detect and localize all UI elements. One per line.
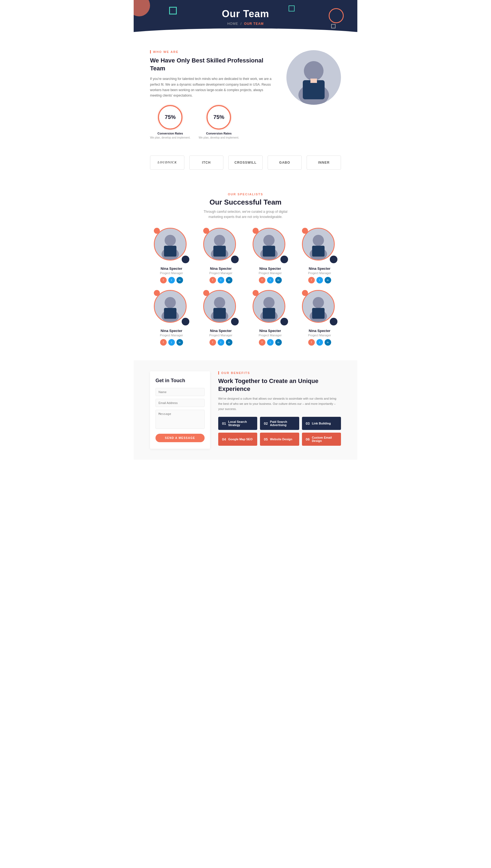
team-grid-row1: Nina Specter Progect Manager f t in: [150, 228, 341, 283]
svg-point-30: [263, 297, 275, 308]
benefit-btn-1[interactable]: 02 Paid Search Advertising: [260, 417, 299, 430]
deco-square-teal: [169, 7, 177, 15]
benefit-btn-4[interactable]: 05 Website Design: [260, 433, 299, 446]
who-we-are-section: WHO WE ARE We Have Only Best Skilled Pro…: [134, 36, 357, 150]
benefit-btn-3[interactable]: 04 Google Map SEO: [218, 433, 257, 446]
team-card-2: Nina Specter Progect Manager f t in: [249, 228, 292, 283]
team-name-6: Nina Specter: [249, 329, 292, 333]
breadcrumb: HOME / OUR TEAM: [134, 22, 357, 26]
benefit-btn-5[interactable]: 06 Custom Email Design: [302, 433, 341, 446]
stat-item-1: 75% Conversion Rates We plan, develop an…: [150, 105, 191, 139]
benefits-grid: 01 Local Search Strategy 02 Paid Search …: [218, 417, 341, 446]
facebook-icon-3[interactable]: f: [308, 277, 315, 283]
svg-rect-28: [213, 308, 226, 319]
message-input[interactable]: [155, 410, 205, 429]
team-card-5: Nina Specter Progect Manager f t in: [199, 290, 242, 346]
benefit-label-0: Local Search Strategy: [228, 420, 253, 427]
benefit-btn-2[interactable]: 03 Link Building: [302, 417, 341, 430]
send-button[interactable]: SEND A MESSAGE: [155, 434, 205, 442]
deco-dot-pink-3: [302, 228, 308, 234]
team-card-6: Nina Specter Progect Manager f t in: [249, 290, 292, 346]
twitter-icon-2[interactable]: t: [267, 277, 273, 283]
twitter-icon-3[interactable]: t: [316, 277, 323, 283]
team-role-4: Progect Manager: [150, 334, 193, 337]
deco-dot-pink-2: [253, 228, 259, 234]
facebook-icon-4[interactable]: f: [160, 339, 167, 346]
team-section: OUR SPECIALISTS Our Successful Team Thro…: [134, 181, 357, 360]
team-avatar-wrap-7: [302, 290, 338, 325]
team-role-6: Progect Manager: [249, 334, 292, 337]
linkedin-icon-5[interactable]: in: [226, 339, 232, 346]
linkedin-icon-4[interactable]: in: [176, 339, 183, 346]
facebook-icon-1[interactable]: f: [209, 277, 216, 283]
benefit-label-3: Google Map SEO: [228, 438, 252, 441]
bottom-section: Get in Touch SEND A MESSAGE OUR BENEFITS…: [134, 360, 357, 460]
twitter-icon-4[interactable]: t: [168, 339, 175, 346]
benefit-label-4: Website Design: [270, 438, 292, 441]
linkedin-icon-7[interactable]: in: [325, 339, 331, 346]
team-grid-row2: Nina Specter Progect Manager f t in: [150, 290, 341, 346]
svg-rect-36: [312, 308, 325, 319]
deco-circle-ring: [329, 8, 344, 23]
deco-dot-pink-1: [203, 228, 209, 234]
benefits-description: We've designed a culture that allows our…: [218, 396, 341, 411]
partner-crosswill: CROSSWILL: [228, 155, 263, 170]
svg-point-14: [263, 235, 275, 246]
svg-rect-20: [312, 246, 325, 257]
benefit-num-0: 01: [222, 422, 226, 426]
who-left: WHO WE ARE We Have Only Best Skilled Pro…: [150, 50, 276, 139]
svg-rect-4: [311, 79, 317, 83]
facebook-icon-0[interactable]: f: [160, 277, 167, 283]
benefit-num-4: 05: [264, 437, 268, 441]
deco-dot-pink-6: [253, 290, 259, 296]
team-name-5: Nina Specter: [199, 329, 242, 333]
team-avatar-wrap-1: [203, 228, 239, 263]
linkedin-icon-2[interactable]: in: [275, 277, 282, 283]
social-icons-1: f t in: [199, 277, 242, 283]
linkedin-icon-0[interactable]: in: [176, 277, 183, 283]
twitter-icon-6[interactable]: t: [267, 339, 273, 346]
facebook-icon-6[interactable]: f: [259, 339, 265, 346]
linkedin-icon-1[interactable]: in: [226, 277, 232, 283]
facebook-icon-5[interactable]: f: [209, 339, 216, 346]
team-name-4: Nina Specter: [150, 329, 193, 333]
twitter-icon-5[interactable]: t: [218, 339, 224, 346]
twitter-icon-0[interactable]: t: [168, 277, 175, 283]
team-avatar-wrap-3: [302, 228, 338, 263]
facebook-icon-7[interactable]: f: [308, 339, 315, 346]
benefit-num-5: 06: [306, 437, 310, 441]
partner-loudnick: LOUDNICK: [150, 155, 184, 170]
benefits-heading: Work Together to Create an Unique Experi…: [218, 377, 341, 393]
linkedin-icon-6[interactable]: in: [275, 339, 282, 346]
email-input[interactable]: [155, 399, 205, 407]
twitter-icon-7[interactable]: t: [316, 339, 323, 346]
deco-dot-navy-3: [330, 256, 338, 263]
svg-rect-8: [164, 246, 176, 257]
svg-point-6: [165, 235, 176, 246]
breadcrumb-home[interactable]: HOME: [227, 22, 238, 26]
social-icons-4: f t in: [150, 339, 193, 346]
social-icons-2: f t in: [249, 277, 292, 283]
benefit-btn-0[interactable]: 01 Local Search Strategy: [218, 417, 257, 430]
deco-dot-navy-1: [231, 256, 239, 263]
team-name-7: Nina Specter: [298, 329, 341, 333]
svg-rect-16: [263, 246, 275, 257]
team-label: OUR SPECIALISTS: [228, 193, 263, 196]
stat-title-1: Conversion Rates: [150, 132, 191, 135]
deco-dot-navy-5: [231, 318, 239, 325]
name-input[interactable]: [155, 388, 205, 396]
linkedin-icon-3[interactable]: in: [325, 277, 331, 283]
team-name-2: Nina Specter: [249, 266, 292, 270]
facebook-icon-2[interactable]: f: [259, 277, 265, 283]
team-role-7: Progect Manager: [298, 334, 341, 337]
deco-dot-navy-0: [182, 256, 189, 263]
svg-point-10: [214, 235, 225, 246]
benefits-box: OUR BENEFITS Work Together to Create an …: [218, 371, 341, 449]
team-card-7: Nina Specter Progect Manager f t in: [298, 290, 341, 346]
team-card-0: Nina Specter Progect Manager f t in: [150, 228, 193, 283]
team-role-5: Progect Manager: [199, 334, 242, 337]
deco-square3-gray: [331, 24, 336, 28]
twitter-icon-1[interactable]: t: [218, 277, 224, 283]
contact-box: Get in Touch SEND A MESSAGE: [150, 371, 210, 449]
svg-point-22: [165, 297, 176, 308]
